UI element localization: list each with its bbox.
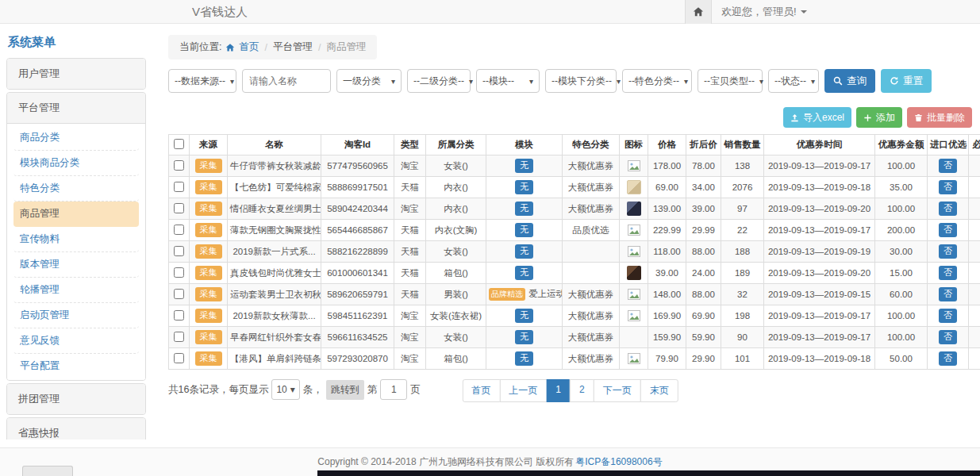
page-number-button[interactable]: 1 <box>546 379 571 402</box>
module-none-badge[interactable]: 无 <box>515 202 533 215</box>
item-type-select[interactable]: --宝贝类型--▾ <box>698 69 763 93</box>
search-button[interactable]: 查询 <box>824 69 875 93</box>
level1-category-select[interactable]: 一级分类▾ <box>336 69 402 93</box>
sidebar-item[interactable]: 意见反馈 <box>13 328 139 354</box>
row-checkbox[interactable] <box>174 182 184 192</box>
table-row: 采集【港风】单肩斜跨链条...597293020870淘宝箱包()无大额优惠券7… <box>169 348 980 370</box>
row-checkbox[interactable] <box>174 353 184 363</box>
sidebar-group-header[interactable]: 拼团管理 <box>7 384 145 414</box>
source-badge: 采集 <box>195 287 222 301</box>
home-button[interactable] <box>685 0 712 24</box>
taoke-id-cell: 588869917501 <box>321 177 394 198</box>
sidebar-item[interactable]: 平台配置 <box>13 354 139 378</box>
import-excel-label: 导入excel <box>803 111 844 125</box>
row-select-cell <box>169 263 190 284</box>
page-nav-button[interactable]: 末页 <box>640 379 678 402</box>
sidebar-item[interactable]: 商品管理 <box>13 202 139 227</box>
add-button[interactable]: 添加 <box>856 107 902 128</box>
module-none-badge[interactable]: 无 <box>515 309 533 322</box>
row-checkbox[interactable] <box>174 267 184 278</box>
module-none-badge[interactable]: 无 <box>515 244 533 258</box>
page-nav-button[interactable]: 下一页 <box>594 379 641 402</box>
import-select-toggle[interactable]: 否 <box>939 330 957 344</box>
import-select-toggle[interactable]: 否 <box>939 351 957 365</box>
module-none-badge[interactable]: 无 <box>515 266 533 279</box>
reset-button[interactable]: 重置 <box>881 69 932 93</box>
jump-button[interactable]: 跳转到 <box>326 380 364 400</box>
name-cell: 牛仔背带裤女秋装减龄... <box>228 155 321 177</box>
sidebar-item[interactable]: 版本管理 <box>13 252 139 278</box>
module-select[interactable]: --模块--▾ <box>476 69 540 93</box>
module-none-badge[interactable]: 无 <box>515 223 533 236</box>
row-select-cell <box>169 327 190 348</box>
per-page-select[interactable]: 10 ▾ <box>271 379 299 400</box>
sales-cell: 97 <box>721 198 764 220</box>
level2-category-select[interactable]: --二级分类--▾ <box>407 69 471 93</box>
sales-cell: 101 <box>721 348 764 370</box>
module-sub-category-select[interactable]: --模块下分类--▾ <box>545 69 617 93</box>
sidebar-item[interactable]: 模块商品分类 <box>13 151 139 176</box>
row-checkbox[interactable] <box>174 246 184 256</box>
coupon-time-cell: 2019-09-13—2019-09-17 <box>764 327 875 348</box>
import-select-toggle[interactable]: 否 <box>939 159 957 172</box>
row-checkbox[interactable] <box>174 160 184 171</box>
feature-cell: 大额优惠券 <box>563 155 620 177</box>
page-nav-button[interactable]: 上一页 <box>499 379 547 402</box>
row-checkbox[interactable] <box>174 225 184 235</box>
sidebar-item[interactable]: 启动页管理 <box>13 303 139 328</box>
coupon-amount-cell: 30.00 <box>875 241 928 263</box>
jump-page-input[interactable] <box>380 379 407 400</box>
must-buy-cell: 否 <box>969 220 980 241</box>
sidebar-item[interactable]: 商品分类 <box>13 125 139 151</box>
module-cell: 无 <box>486 348 563 370</box>
select-all-checkbox[interactable] <box>174 139 184 149</box>
row-checkbox[interactable] <box>174 310 184 321</box>
sales-cell: 138 <box>721 155 764 177</box>
import-select-toggle[interactable]: 否 <box>939 309 957 322</box>
row-checkbox[interactable] <box>174 332 184 342</box>
batch-delete-button[interactable]: 批量删除 <box>907 107 972 128</box>
sidebar-group-header[interactable]: 平台管理 <box>7 93 145 123</box>
category-cell: 女装() <box>426 155 486 177</box>
category-cell: 箱包() <box>426 263 486 284</box>
module-none-badge[interactable]: 无 <box>515 180 533 194</box>
row-checkbox[interactable] <box>174 289 184 299</box>
module-cell: 无 <box>486 241 563 263</box>
module-none-badge[interactable]: 无 <box>515 159 533 172</box>
sidebar-group-header[interactable]: 省惠快报 <box>7 418 145 440</box>
icp-link[interactable]: 粤ICP备16098006号 <box>575 455 662 469</box>
page-number-button[interactable]: 2 <box>570 379 594 402</box>
coupon-amount-cell: 60.00 <box>875 284 928 305</box>
import-select-toggle[interactable]: 否 <box>939 244 957 258</box>
add-button-label: 添加 <box>876 111 895 125</box>
page-nav-button[interactable]: 首页 <box>462 379 500 402</box>
import-select-toggle[interactable]: 否 <box>939 266 957 279</box>
user-menu[interactable]: 欢迎您，管理员! <box>712 0 817 24</box>
sales-cell: 2076 <box>721 177 764 198</box>
type-cell: 天猫 <box>394 263 426 284</box>
feature-category-select[interactable]: --特色分类--▾ <box>622 69 692 93</box>
import-select-toggle[interactable]: 否 <box>939 202 957 215</box>
row-checkbox[interactable] <box>174 203 184 213</box>
jump-prefix: 第 <box>367 383 378 397</box>
type-cell: 淘宝 <box>394 305 426 327</box>
data-source-select[interactable]: --数据来源--▾ <box>168 69 236 93</box>
discount-price-cell: 39.00 <box>686 198 721 220</box>
select-value: --宝贝类型-- <box>704 75 755 88</box>
sidebar-item[interactable]: 轮播管理 <box>13 278 139 303</box>
status-select[interactable]: --状态--▾ <box>768 69 819 93</box>
import-select-toggle[interactable]: 否 <box>939 287 957 301</box>
sidebar-item[interactable]: 宣传物料 <box>13 227 139 252</box>
sidebar-item[interactable]: 特色分类 <box>13 176 139 202</box>
module-none-badge[interactable]: 无 <box>515 330 533 344</box>
module-none-badge[interactable]: 无 <box>515 351 533 365</box>
breadcrumb-separator: / <box>263 42 268 53</box>
name-search-input[interactable] <box>242 69 331 93</box>
breadcrumb-home-link[interactable]: 首页 <box>239 40 259 54</box>
import-select-toggle[interactable]: 否 <box>939 223 957 236</box>
price-cell: 178.00 <box>648 155 686 177</box>
sidebar-group-header[interactable]: 用户管理 <box>7 59 145 89</box>
type-cell: 淘宝 <box>394 348 426 370</box>
import-select-toggle[interactable]: 否 <box>939 180 957 194</box>
import-excel-button[interactable]: 导入excel <box>783 107 851 128</box>
